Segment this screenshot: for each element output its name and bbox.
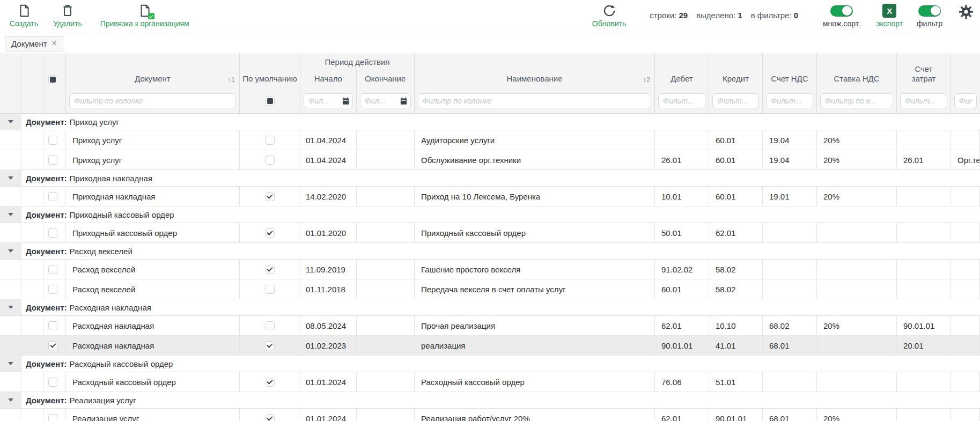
collapse-group-button[interactable] — [0, 392, 21, 408]
cell-start: 01.01.2024 — [300, 409, 357, 421]
cell-debit: 60.01 — [655, 279, 709, 299]
column-header-vat-account[interactable]: Счет НДС — [763, 54, 817, 88]
column-header-credit[interactable]: Кредит — [709, 54, 763, 88]
default-checkbox[interactable] — [266, 265, 275, 274]
cell-vat-account — [763, 279, 817, 299]
column-header-debit[interactable]: Дебет — [655, 54, 709, 88]
default-checkbox[interactable] — [266, 136, 275, 145]
collapse-group-button[interactable] — [0, 299, 21, 315]
cell-vat-rate — [817, 223, 897, 242]
table-row[interactable]: Расходный кассовый ордер 01.01.2024 Расх… — [0, 372, 980, 392]
row-checkbox[interactable] — [48, 136, 57, 145]
default-checkbox[interactable] — [266, 156, 275, 165]
close-icon[interactable]: × — [52, 39, 57, 48]
table-row[interactable]: Расход векселей 01.11.2018 Передача векс… — [0, 279, 980, 299]
filter-credit-input[interactable] — [712, 93, 759, 108]
settings-button[interactable] — [959, 4, 974, 19]
multisort-toggle[interactable] — [830, 5, 853, 17]
table-row[interactable]: Приход услуг 01.04.2024 Обслуживание орг… — [0, 150, 980, 170]
collapse-group-button[interactable] — [0, 206, 21, 223]
cell-extra — [951, 223, 980, 242]
group-row[interactable]: Документ: Расходный кассовый ордер — [0, 356, 980, 372]
cell-credit: 60.01 — [709, 187, 763, 206]
row-checkbox[interactable] — [48, 378, 57, 387]
filter-default-checkbox[interactable] — [266, 97, 275, 106]
row-checkbox[interactable] — [48, 414, 57, 421]
table-row[interactable]: Приходная накладная 14.02.2020 Приход на… — [0, 187, 980, 206]
default-checkbox[interactable] — [266, 341, 275, 350]
cell-document: Приход услуг — [66, 150, 240, 169]
column-header-name[interactable]: Наименование ↑2 — [415, 54, 655, 88]
cell-end — [357, 409, 415, 421]
group-label: Документ: — [26, 174, 67, 183]
filter-cost-account-input[interactable] — [900, 93, 947, 108]
row-checkbox[interactable] — [48, 228, 57, 238]
row-checkbox[interactable] — [48, 156, 57, 165]
cell-start: 01.01.2024 — [300, 372, 357, 392]
default-checkbox[interactable] — [266, 285, 275, 294]
column-header-start[interactable]: Начало — [300, 70, 357, 88]
default-checkbox[interactable] — [266, 228, 275, 238]
cell-debit: 62.01 — [655, 409, 709, 421]
filter-vat-account-input[interactable] — [766, 93, 813, 108]
cell-extra — [951, 260, 980, 279]
column-header-vat-rate[interactable]: Ставка НДС — [817, 54, 897, 88]
row-checkbox[interactable] — [48, 285, 57, 294]
select-all-checkbox[interactable] — [48, 75, 57, 84]
collapse-group-button[interactable] — [0, 170, 21, 186]
table-row[interactable]: Расходная накладная 08.05.2024 Прочая ре… — [0, 316, 980, 336]
column-header-end[interactable]: Окончание — [357, 70, 414, 88]
cell-vat-account: 19.04 — [763, 130, 817, 150]
column-header-cost-account[interactable]: Счет затрат — [897, 54, 951, 88]
group-label: Документ: — [26, 396, 67, 405]
cell-credit: 10.10 — [709, 316, 763, 335]
default-checkbox[interactable] — [266, 321, 275, 330]
table-row[interactable]: Расходная накладная 01.02.2023 реализаци… — [0, 336, 980, 356]
filter-toggle[interactable] — [918, 5, 941, 17]
toolbar: Создать Удалить Привязка к организациям … — [0, 0, 980, 33]
tab-document[interactable]: Документ × — [5, 36, 63, 51]
cell-vat-account — [763, 372, 817, 392]
cell-document: Приходная накладная — [66, 187, 240, 206]
cell-vat-account: 68.01 — [763, 409, 817, 421]
gear-icon — [959, 4, 974, 19]
collapse-group-button[interactable] — [0, 356, 21, 372]
create-button[interactable]: Создать — [10, 3, 38, 28]
default-checkbox[interactable] — [266, 192, 275, 201]
refresh-button[interactable]: Обновить — [592, 3, 626, 28]
delete-button[interactable]: Удалить — [53, 3, 82, 28]
group-row[interactable]: Документ: Расход векселей — [0, 243, 980, 260]
row-checkbox[interactable] — [48, 265, 57, 274]
default-checkbox[interactable] — [266, 414, 275, 421]
table-row[interactable]: Реализация услуг 01.01.2024 Реализация р… — [0, 409, 980, 421]
filter-extra-input[interactable] — [954, 93, 977, 108]
cell-vat-rate: 20% — [817, 316, 897, 335]
filter-vat-rate-input[interactable] — [820, 93, 893, 108]
cell-document: Расходная накладная — [66, 336, 240, 355]
row-checkbox[interactable] — [48, 192, 57, 201]
column-header-document[interactable]: Документ ↑1 — [66, 54, 240, 88]
table-row[interactable]: Расход векселей 11.09.2019 Гашение прост… — [0, 260, 980, 279]
collapse-group-button[interactable] — [0, 243, 21, 259]
cell-document: Приход услуг — [66, 130, 240, 150]
collapse-group-button[interactable] — [0, 114, 21, 130]
row-checkbox[interactable] — [48, 321, 57, 330]
row-checkbox[interactable] — [48, 341, 57, 350]
group-row[interactable]: Документ: Приходная накладная — [0, 170, 980, 187]
group-row[interactable]: Документ: Приходный кассовый ордер — [0, 206, 980, 223]
group-row[interactable]: Документ: Расходная накладная — [0, 299, 980, 316]
default-checkbox[interactable] — [266, 378, 275, 387]
group-row[interactable]: Документ: Приход услуг — [0, 114, 980, 130]
filter-document-input[interactable] — [69, 93, 236, 108]
cell-end — [357, 187, 415, 206]
export-button[interactable]: X экспорт — [876, 3, 903, 28]
filter-debit-input[interactable] — [658, 93, 705, 108]
cell-debit: 90.01.01 — [655, 336, 709, 355]
excel-icon: X — [882, 4, 896, 18]
table-row[interactable]: Приходный кассовый ордер 01.01.2020 Прих… — [0, 223, 980, 243]
column-header-default[interactable]: По умолчанию — [240, 54, 300, 88]
attach-organizations-button[interactable]: Привязка к организациям — [100, 3, 189, 28]
filter-name-input[interactable] — [418, 93, 651, 108]
table-row[interactable]: Приход услуг 01.04.2024 Аудиторские услу… — [0, 130, 980, 150]
group-row[interactable]: Документ: Реализация услуг — [0, 392, 980, 409]
